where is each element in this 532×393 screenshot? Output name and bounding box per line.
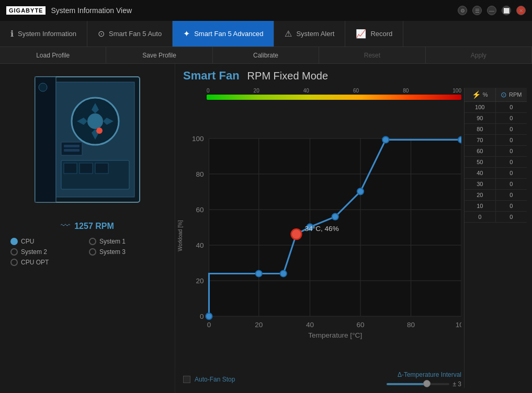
minimize-button[interactable]: — bbox=[487, 6, 496, 15]
reset-button[interactable]: Reset bbox=[319, 47, 425, 63]
svg-rect-9 bbox=[95, 163, 108, 174]
load-profile-button[interactable]: Load Profile bbox=[0, 47, 106, 63]
cpu-radio[interactable] bbox=[10, 238, 18, 245]
system3-label: System 3 bbox=[99, 248, 126, 256]
curve-point-5[interactable] bbox=[357, 188, 364, 194]
curve-point-2[interactable] bbox=[280, 270, 287, 276]
rpm-value-40[interactable]: 0 bbox=[496, 168, 527, 178]
rpm-row-100: 100 0 bbox=[465, 102, 527, 113]
rpm-value-100[interactable]: 0 bbox=[496, 102, 527, 112]
save-profile-button[interactable]: Save Profile bbox=[106, 47, 212, 63]
rpm-percent-20: 20 bbox=[465, 190, 496, 200]
svg-rect-12 bbox=[64, 149, 80, 152]
pc-illustration bbox=[14, 69, 161, 215]
sub-toolbar: Load Profile Save Profile Calibrate Rese… bbox=[0, 47, 532, 64]
fan-source-grid: CPU System 1 System 2 System 3 CPU OPT bbox=[5, 238, 169, 266]
system-alert-icon: ⚠ bbox=[285, 29, 292, 39]
system2-label: System 2 bbox=[21, 248, 47, 256]
rpm-percent-90: 90 bbox=[465, 113, 496, 123]
restore-button[interactable]: ⬜ bbox=[502, 6, 511, 15]
svg-text:0: 0 bbox=[200, 313, 204, 320]
tab-system-info-label: System Information bbox=[18, 30, 76, 38]
auto-fan-stop-checkbox[interactable] bbox=[183, 376, 190, 383]
svg-text:80: 80 bbox=[407, 321, 415, 329]
tab-smart-fan-advanced-label: Smart Fan 5 Advanced bbox=[194, 30, 263, 38]
svg-rect-10 bbox=[61, 142, 82, 155]
tab-record-label: Record bbox=[370, 30, 392, 38]
close-button[interactable]: ✕ bbox=[516, 6, 526, 15]
tab-smart-fan-auto[interactable]: ⊙ Smart Fan 5 Auto bbox=[87, 21, 173, 47]
svg-text:20: 20 bbox=[255, 321, 263, 329]
rpm-value-70[interactable]: 0 bbox=[496, 135, 527, 145]
rpm-percent-50: 50 bbox=[465, 157, 496, 167]
rpm-header-rpm: ⊙ RPM bbox=[496, 88, 527, 101]
svg-text:34°C, 46%: 34°C, 46% bbox=[305, 225, 339, 233]
tab-system-alert-label: System Alert bbox=[296, 30, 334, 38]
svg-point-5 bbox=[96, 128, 103, 134]
rpm-display: 〰 1257 RPM bbox=[61, 221, 114, 232]
rpm-value-30[interactable]: 0 bbox=[496, 179, 527, 189]
temp-bar-label-20: 20 bbox=[254, 88, 259, 94]
delta-temp-slider[interactable] bbox=[423, 380, 431, 387]
y-axis-label: Workload [%] bbox=[177, 220, 183, 251]
fan-radio-system3[interactable]: System 3 bbox=[89, 248, 164, 256]
rpm-percent-10: 10 bbox=[465, 201, 496, 211]
rpm-value-80[interactable]: 0 bbox=[496, 124, 527, 134]
svg-rect-1 bbox=[35, 77, 56, 202]
tab-system-info[interactable]: ℹ System Information bbox=[0, 21, 87, 47]
fan-radio-cpu-opt[interactable]: CPU OPT bbox=[10, 259, 86, 266]
curve-point-7[interactable] bbox=[458, 136, 461, 143]
titlebar: GIGABYTE System Information View ⚙ ☰ — ⬜… bbox=[0, 0, 532, 21]
rpm-percent-0: 0 bbox=[465, 212, 496, 222]
cpu-opt-radio[interactable] bbox=[10, 259, 18, 266]
rpm-value-0[interactable]: 0 bbox=[496, 212, 527, 222]
svg-rect-11 bbox=[64, 145, 80, 147]
rpm-value-20[interactable]: 0 bbox=[496, 190, 527, 200]
titlebar-controls: ⚙ ☰ — ⬜ ✕ bbox=[458, 6, 526, 15]
temp-bar-label-100: 100 bbox=[452, 88, 461, 94]
curve-point-6[interactable] bbox=[382, 136, 389, 143]
rpm-value-50[interactable]: 0 bbox=[496, 157, 527, 167]
system2-radio[interactable] bbox=[10, 248, 18, 256]
tab-system-alert[interactable]: ⚠ System Alert bbox=[274, 21, 345, 47]
rpm-percent-80: 80 bbox=[465, 124, 496, 134]
tab-smart-fan-advanced[interactable]: ✦ Smart Fan 5 Advanced bbox=[173, 21, 274, 47]
system1-radio[interactable] bbox=[89, 238, 96, 245]
record-icon: 📈 bbox=[356, 29, 366, 39]
rpm-value: 1257 RPM bbox=[74, 222, 114, 231]
curve-point-1[interactable] bbox=[256, 270, 262, 276]
apply-button[interactable]: Apply bbox=[426, 47, 532, 63]
svg-point-13 bbox=[39, 83, 47, 91]
svg-text:100: 100 bbox=[456, 321, 461, 329]
rpm-percent-30: 30 bbox=[465, 179, 496, 189]
menu-button[interactable]: ☰ bbox=[472, 6, 482, 15]
svg-point-4 bbox=[87, 113, 103, 129]
active-curve-point[interactable] bbox=[291, 229, 302, 239]
fan-radio-system1[interactable]: System 1 bbox=[89, 238, 164, 245]
rpm-value-90[interactable]: 0 bbox=[496, 113, 527, 123]
cpu-label: CPU bbox=[21, 238, 34, 245]
calibrate-button[interactable]: Calibrate bbox=[213, 47, 319, 63]
rpm-row-40: 40 0 bbox=[465, 168, 527, 179]
curve-point-4[interactable] bbox=[332, 213, 338, 219]
chart-title-mode: RPM Fixed Mode bbox=[247, 70, 329, 82]
svg-text:100: 100 bbox=[192, 135, 204, 143]
rpm-row-80: 80 0 bbox=[465, 124, 527, 135]
rpm-value-10[interactable]: 0 bbox=[496, 201, 527, 211]
svg-text:60: 60 bbox=[196, 206, 204, 214]
rpm-row-10: 10 0 bbox=[465, 201, 527, 212]
system1-label: System 1 bbox=[99, 238, 126, 245]
rpm-value-60[interactable]: 0 bbox=[496, 146, 527, 156]
chart-title-main: Smart Fan bbox=[183, 69, 240, 83]
delta-temp-control: Δ-Temperature Interval ± 3 bbox=[387, 371, 461, 388]
fan-curve-chart[interactable]: 100 80 60 40 20 0 0 20 40 60 80 100 bbox=[183, 104, 461, 367]
svg-text:0: 0 bbox=[207, 321, 211, 329]
tab-record[interactable]: 📈 Record bbox=[345, 21, 403, 47]
curve-point-0[interactable] bbox=[206, 313, 212, 319]
smart-fan-advanced-icon: ✦ bbox=[183, 29, 190, 39]
fan-radio-system2[interactable]: System 2 bbox=[10, 248, 86, 256]
system3-radio[interactable] bbox=[89, 248, 96, 256]
fan-radio-cpu[interactable]: CPU bbox=[10, 238, 86, 245]
settings-button[interactable]: ⚙ bbox=[458, 6, 467, 15]
delta-temp-value: ± 3 bbox=[452, 380, 461, 388]
